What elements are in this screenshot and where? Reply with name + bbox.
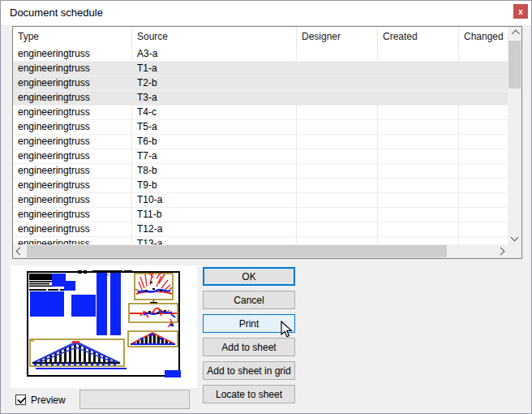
cell-created [377, 179, 458, 192]
cell-changed [458, 222, 508, 236]
table-row[interactable]: engineeringtruss T7-a [13, 149, 508, 164]
cell-source: T12-a [131, 222, 296, 236]
checkmark-icon [17, 395, 26, 404]
add-to-sheet-button[interactable]: Add to sheet [203, 338, 295, 356]
cell-changed [458, 149, 508, 163]
cancel-button[interactable]: Cancel [203, 291, 295, 309]
cell-type: engineeringtruss [13, 222, 131, 236]
cell-changed [458, 120, 508, 134]
cell-created [377, 135, 458, 149]
table-row[interactable]: engineeringtruss T2-b [13, 76, 508, 91]
cell-source: T3-a [131, 91, 296, 105]
cell-designer [296, 135, 377, 149]
table-header: Type Source Designer Created Changed [13, 27, 508, 47]
cell-changed [458, 135, 508, 149]
table-row[interactable]: engineeringtruss T12-a [13, 222, 508, 237]
preview-checkbox[interactable] [15, 395, 26, 405]
preview-checkbox-label[interactable]: Preview [31, 395, 66, 406]
column-header-type[interactable]: Type [13, 27, 131, 47]
cell-created [377, 222, 458, 236]
table-row[interactable]: engineeringtruss T8-b [13, 164, 508, 179]
cell-created [377, 208, 458, 222]
cell-created [377, 120, 458, 134]
filename-input[interactable] [79, 390, 190, 409]
cell-designer [296, 149, 377, 163]
scrollbar-corner [508, 244, 521, 258]
cell-designer [296, 179, 377, 192]
cell-designer [296, 106, 377, 119]
cell-source: A3-a [131, 47, 296, 61]
cell-created [377, 62, 458, 75]
cell-created [377, 91, 458, 105]
cell-type: engineeringtruss [13, 62, 131, 75]
cell-changed [458, 91, 508, 105]
cell-source: T10-a [131, 193, 296, 207]
table-row[interactable]: engineeringtruss T10-a [13, 193, 508, 208]
cell-designer [296, 164, 377, 178]
scroll-down-button[interactable] [508, 231, 521, 244]
cell-designer [296, 47, 377, 61]
cell-source: T7-a [131, 149, 296, 163]
cell-created [377, 193, 458, 207]
cell-changed [458, 208, 508, 222]
cad-preview-image [11, 265, 197, 388]
cell-designer [296, 222, 377, 236]
chevron-left-icon [16, 248, 24, 256]
cell-changed [458, 47, 508, 61]
print-button[interactable]: Print [203, 314, 295, 333]
cell-changed [458, 76, 508, 90]
vertical-scrollbar[interactable] [508, 27, 521, 244]
cell-changed [458, 62, 508, 75]
column-header-created[interactable]: Created [377, 27, 458, 47]
cell-created [377, 164, 458, 178]
cell-source: T2-b [131, 76, 296, 90]
cell-type: engineeringtruss [13, 91, 131, 105]
chevron-right-icon [497, 248, 505, 256]
table-row[interactable]: engineeringtruss T4-c [13, 106, 508, 120]
horizontal-scrollbar[interactable] [13, 244, 508, 258]
cell-source: T8-b [131, 164, 296, 178]
cell-changed [458, 193, 508, 207]
table-row[interactable]: engineeringtruss A3-a [13, 47, 508, 62]
table-row[interactable]: engineeringtruss T5-a [13, 120, 508, 135]
cell-source: T1-a [131, 62, 296, 75]
close-icon: x [518, 7, 523, 16]
table-row[interactable]: engineeringtruss T6-b [13, 135, 508, 149]
table-body: engineeringtruss A3-a engineeringtruss T… [13, 47, 508, 252]
horizontal-scroll-thumb[interactable] [27, 245, 447, 257]
close-button[interactable]: x [513, 4, 528, 19]
document-schedule-dialog: Document schedule x Type Source Designer… [0, 0, 532, 414]
cell-designer [296, 120, 377, 134]
table-row[interactable]: engineeringtruss T1-a [13, 62, 508, 76]
column-header-changed[interactable]: Changed [458, 27, 508, 47]
chevron-down-icon [511, 234, 519, 242]
cell-changed [458, 106, 508, 119]
window-title: Document schedule [10, 6, 103, 19]
preview-panel [11, 265, 197, 388]
table-row[interactable]: engineeringtruss T11-b [13, 208, 508, 222]
cell-type: engineeringtruss [13, 193, 131, 207]
cell-type: engineeringtruss [13, 47, 131, 61]
cell-type: engineeringtruss [13, 208, 131, 222]
cell-type: engineeringtruss [13, 164, 131, 178]
cell-designer [296, 91, 377, 105]
ok-button[interactable]: OK [203, 267, 295, 286]
add-to-sheet-in-grid-button[interactable]: Add to sheet in grid [203, 361, 295, 380]
column-header-source[interactable]: Source [131, 27, 296, 47]
chevron-up-icon [512, 30, 520, 38]
titlebar: Document schedule x [1, 1, 531, 25]
cell-designer [296, 76, 377, 90]
cell-designer [296, 208, 377, 222]
cell-source: T5-a [131, 120, 296, 134]
scroll-right-button[interactable] [494, 244, 508, 258]
cell-designer [296, 193, 377, 207]
cell-type: engineeringtruss [13, 149, 131, 163]
column-header-designer[interactable]: Designer [296, 27, 377, 47]
scroll-up-button[interactable] [508, 27, 521, 41]
table-row[interactable]: engineeringtruss T3-a [13, 91, 508, 106]
locate-to-sheet-button[interactable]: Locate to sheet [203, 385, 295, 403]
scroll-left-button[interactable] [13, 244, 27, 258]
cell-designer [296, 62, 377, 75]
vertical-scroll-thumb[interactable] [508, 41, 521, 88]
table-row[interactable]: engineeringtruss T9-b [13, 179, 508, 193]
